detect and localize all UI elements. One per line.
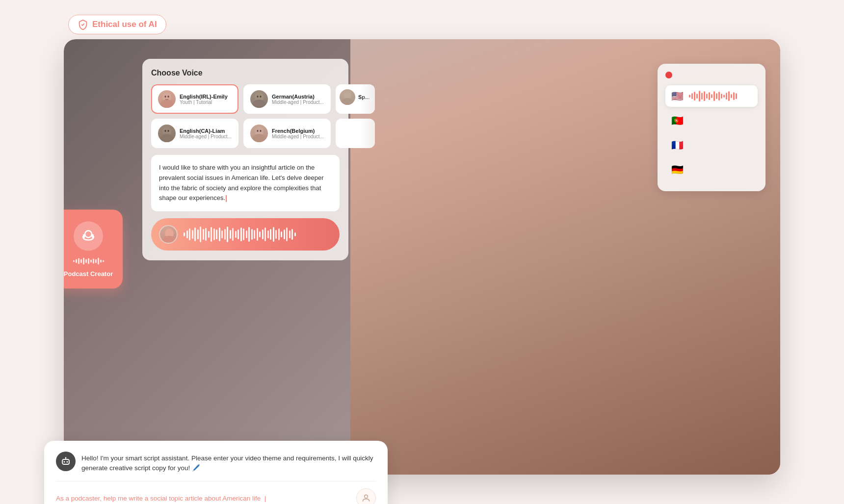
voice-grid: English(IRL)-Emily Youth | Tutorial Germ… bbox=[151, 84, 340, 148]
assistant-text: Hello! I'm your smart script assistant. … bbox=[81, 452, 376, 474]
headphones-icon bbox=[79, 227, 97, 245]
svg-point-12 bbox=[342, 98, 353, 105]
voice-desc-liam: Middle-aged | Product... bbox=[180, 134, 232, 139]
voice-name-partial: Sp... bbox=[358, 94, 369, 100]
audio-face-svg bbox=[160, 226, 178, 244]
lang-item-english[interactable]: 🇺🇸 bbox=[665, 85, 758, 107]
svg-point-27 bbox=[365, 495, 368, 498]
language-panel: 🇺🇸 🇵🇹 🇫🇷 🇩🇪 bbox=[658, 64, 765, 191]
voice-desc-emily: Youth | Tutorial bbox=[180, 100, 232, 105]
svg-point-25 bbox=[67, 461, 68, 462]
chat-input-row bbox=[56, 481, 376, 504]
svg-point-10 bbox=[260, 96, 262, 98]
flag-english: 🇺🇸 bbox=[670, 89, 684, 103]
send-button[interactable] bbox=[356, 488, 376, 504]
podcast-icon-wrapper bbox=[74, 221, 103, 251]
svg-point-15 bbox=[165, 130, 166, 132]
face-svg-4 bbox=[158, 125, 176, 142]
lang-item-portuguese[interactable]: 🇵🇹 bbox=[665, 110, 758, 131]
lang-item-german[interactable]: 🇩🇪 bbox=[665, 159, 758, 180]
voice-name-french: French(Belgium) bbox=[272, 128, 324, 134]
svg-point-26 bbox=[65, 457, 66, 458]
svg-point-22 bbox=[162, 236, 176, 244]
podcast-creator-badge: Podcast Creator bbox=[64, 209, 123, 288]
svg-point-20 bbox=[260, 130, 262, 132]
voice-info-liam: English(CA)-Liam Middle-aged | Product..… bbox=[180, 128, 232, 139]
svg-point-14 bbox=[160, 134, 173, 142]
voice-card-liam[interactable]: English(CA)-Liam Middle-aged | Product..… bbox=[151, 119, 238, 148]
voice-desc-german: Middle-aged | Product... bbox=[272, 100, 324, 105]
voice-avatar-partial bbox=[340, 89, 355, 105]
voice-info-german: German(Austria) Middle-aged | Product... bbox=[272, 94, 324, 105]
check-shield-icon bbox=[78, 19, 88, 30]
svg-rect-23 bbox=[62, 459, 69, 464]
audio-avatar bbox=[159, 225, 178, 244]
voice-card-german[interactable]: German(Austria) Middle-aged | Product... bbox=[243, 84, 331, 114]
svg-point-19 bbox=[257, 130, 259, 132]
badge-label: Ethical use of AI bbox=[92, 20, 157, 29]
voice-info-emily: English(IRL)-Emily Youth | Tutorial bbox=[180, 94, 232, 105]
svg-point-16 bbox=[168, 130, 169, 132]
user-icon bbox=[361, 493, 371, 503]
ethical-use-badge: Ethical use of AI bbox=[68, 15, 166, 34]
flag-german: 🇩🇪 bbox=[670, 163, 684, 176]
svg-point-5 bbox=[165, 96, 166, 98]
svg-point-24 bbox=[64, 461, 65, 462]
podcast-badge-label: Podcast Creator bbox=[64, 270, 113, 278]
svg-point-0 bbox=[85, 230, 92, 237]
svg-point-6 bbox=[168, 96, 169, 98]
lang-item-french[interactable]: 🇫🇷 bbox=[665, 134, 758, 156]
face-svg-3 bbox=[340, 89, 355, 105]
voice-avatar-emily bbox=[158, 90, 176, 108]
voice-card-emily[interactable]: English(IRL)-Emily Youth | Tutorial bbox=[151, 84, 238, 114]
chat-input-field[interactable] bbox=[56, 495, 350, 502]
audio-waveform-bar[interactable] bbox=[151, 218, 340, 251]
svg-point-8 bbox=[253, 100, 265, 108]
voice-avatar-french bbox=[250, 125, 268, 142]
record-dot bbox=[665, 72, 672, 78]
voice-card-partial[interactable]: Sp... bbox=[336, 84, 375, 114]
voice-card-french[interactable]: French(Belgium) Middle-aged | Product... bbox=[243, 119, 331, 148]
voice-name-german: German(Austria) bbox=[272, 94, 324, 100]
robot-icon bbox=[60, 455, 72, 467]
assistant-avatar bbox=[56, 452, 76, 471]
lang-waveform-english bbox=[689, 91, 753, 101]
voice-name-liam: English(CA)-Liam bbox=[180, 128, 232, 134]
voice-info-french: French(Belgium) Middle-aged | Product... bbox=[272, 128, 324, 139]
face-svg bbox=[158, 90, 176, 108]
voice-desc-french: Middle-aged | Product... bbox=[272, 134, 324, 139]
flag-portuguese: 🇵🇹 bbox=[670, 114, 684, 127]
voice-panel-title: Choose Voice bbox=[151, 69, 340, 77]
audio-waveform-bars bbox=[184, 227, 332, 242]
script-text-box: I would like to share with you an insigh… bbox=[151, 155, 340, 211]
voice-avatar-liam bbox=[158, 125, 176, 142]
svg-point-18 bbox=[253, 134, 265, 142]
voice-card-partial-2[interactable] bbox=[336, 119, 375, 148]
svg-point-4 bbox=[160, 100, 173, 108]
flag-french: 🇫🇷 bbox=[670, 138, 684, 152]
face-svg-2 bbox=[250, 90, 268, 108]
face-svg-5 bbox=[250, 125, 268, 142]
chat-assistant-message: Hello! I'm your smart script assistant. … bbox=[56, 452, 376, 474]
podcast-waveform bbox=[73, 257, 104, 264]
svg-point-9 bbox=[257, 96, 259, 98]
main-card: Podcast Creator Choose Voice English(IRL… bbox=[64, 39, 780, 475]
chat-panel: Hello! I'm your smart script assistant. … bbox=[44, 441, 388, 504]
voice-panel: Choose Voice English(IRL)-Emily Youth | … bbox=[142, 59, 348, 260]
voice-name-emily: English(IRL)-Emily bbox=[180, 94, 232, 100]
text-cursor bbox=[226, 195, 227, 202]
script-text: I would like to share with you an insigh… bbox=[159, 164, 324, 202]
voice-avatar-german bbox=[250, 90, 268, 108]
